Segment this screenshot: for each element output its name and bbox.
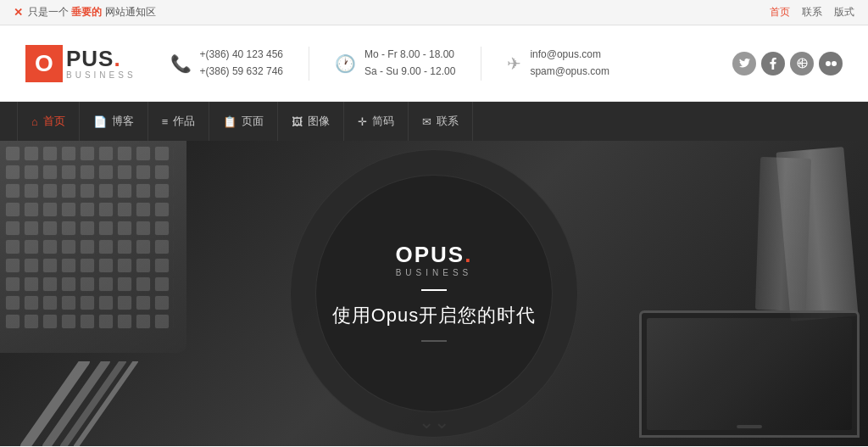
email-icon: ✈	[507, 53, 521, 74]
top-nav-style[interactable]: 版式	[834, 5, 854, 20]
logo-text: PUS. BUSINESS	[66, 47, 136, 80]
hero-opus-text: OPUS.	[396, 242, 473, 268]
portfolio-nav-icon: ≡	[162, 115, 169, 128]
svg-rect-6	[4, 145, 174, 332]
hero-business-text: BUSINESS	[396, 268, 473, 277]
svg-line-10	[76, 361, 136, 446]
nav-contact-label: 联系	[437, 114, 459, 129]
email-block: ✈ info@opus.com spam@opus.com	[507, 47, 609, 79]
keyboard-keys	[4, 145, 174, 332]
nav-pages[interactable]: 📋 页面	[209, 102, 278, 141]
phone2: +(386) 59 632 746	[200, 64, 283, 80]
images-nav-icon: 🖼	[292, 115, 303, 128]
hero-section: OPUS. BUSINESS 使用Opus开启您的时代 ⌄⌄	[0, 141, 868, 446]
main-nav: ⌂ 首页 📄 博客 ≡ 作品 📋 页面 🖼 图像 ✛ 简码 ✉ 联系	[0, 102, 868, 141]
facebook-icon[interactable]	[761, 52, 785, 75]
right-devices	[614, 141, 868, 438]
twitter-icon[interactable]	[732, 52, 756, 75]
phone-icon: 📞	[170, 53, 192, 74]
email-text: info@opus.com spam@opus.com	[530, 47, 609, 79]
hours2: Sa - Su 9.00 - 12.00	[364, 64, 455, 80]
notify-highlight: 垂要的	[71, 6, 102, 18]
hero-divider-bottom	[421, 340, 447, 342]
nav-home-label: 首页	[43, 114, 65, 129]
logo[interactable]: O PUS. BUSINESS	[25, 45, 136, 82]
svg-point-3	[826, 61, 831, 66]
phone1: +(386) 40 123 456	[200, 47, 283, 63]
notify-pre: 只是一个	[28, 6, 69, 18]
nav-blog-label: 博客	[112, 114, 134, 129]
hero-circle-outer: OPUS. BUSINESS 使用Opus开启您的时代	[290, 149, 578, 438]
email1: info@opus.com	[530, 47, 609, 63]
close-notification-icon[interactable]: ✕	[14, 6, 23, 19]
nav-blog[interactable]: 📄 博客	[80, 102, 148, 141]
logo-letter: O	[35, 50, 53, 77]
nav-images-label: 图像	[308, 114, 330, 129]
social-icons	[732, 52, 843, 75]
home-nav-icon: ⌂	[31, 115, 38, 128]
top-nav-contact[interactable]: 联系	[802, 5, 822, 20]
logo-box: O	[25, 45, 63, 82]
top-nav-home[interactable]: 首页	[770, 5, 790, 20]
shortcode-nav-icon: ✛	[358, 115, 367, 128]
blog-nav-icon: 📄	[93, 115, 107, 128]
nav-contact[interactable]: ✉ 联系	[409, 102, 473, 141]
nav-images[interactable]: 🖼 图像	[278, 102, 344, 141]
divider1	[309, 47, 309, 81]
site-header: O PUS. BUSINESS 📞 +(386) 40 123 456 +(38…	[0, 25, 868, 102]
notify-post: 网站通知区	[105, 6, 156, 18]
nav-home[interactable]: ⌂ 首页	[17, 102, 80, 141]
hero-divider-top	[421, 289, 447, 291]
hours-block: 🕐 Mo - Fr 8.00 - 18.00 Sa - Su 9.00 - 12…	[335, 47, 455, 79]
notify-text: 只是一个 垂要的 网站通知区	[28, 5, 156, 20]
phone-block: 📞 +(386) 40 123 456 +(386) 59 632 746	[170, 47, 283, 79]
hero-logo: OPUS. BUSINESS	[396, 242, 473, 277]
hero-circle-inner: OPUS. BUSINESS 使用Opus开启您的时代	[315, 175, 553, 412]
notification-bar: ✕ 只是一个 垂要的 网站通知区 首页 联系 版式	[0, 0, 868, 25]
nav-portfolio[interactable]: ≡ 作品	[148, 102, 210, 141]
hours-text: Mo - Fr 8.00 - 18.00 Sa - Su 9.00 - 12.0…	[364, 47, 455, 79]
divider2	[481, 47, 481, 81]
svg-point-4	[832, 61, 837, 66]
flickr-icon[interactable]	[819, 52, 843, 75]
nav-pages-label: 页面	[242, 114, 264, 129]
phone-text: +(386) 40 123 456 +(386) 59 632 746	[200, 47, 283, 79]
pencils-area	[0, 361, 153, 446]
logo-name: PUS.	[66, 47, 136, 70]
clock-icon: 🕐	[335, 53, 356, 74]
pages-nav-icon: 📋	[223, 115, 236, 128]
hours1: Mo - Fr 8.00 - 18.00	[364, 47, 455, 63]
hero-circle-container: OPUS. BUSINESS 使用Opus开启您的时代	[290, 149, 578, 438]
nav-shortcode-label: 简码	[372, 114, 394, 129]
contact-nav-icon: ✉	[422, 115, 431, 128]
nav-portfolio-label: 作品	[173, 114, 195, 129]
nav-shortcode[interactable]: ✛ 简码	[344, 102, 409, 141]
hero-tagline: 使用Opus开启您的时代	[332, 303, 537, 328]
email2: spam@opus.com	[530, 64, 609, 80]
logo-sub: BUSINESS	[66, 71, 136, 80]
header-info: 📞 +(386) 40 123 456 +(386) 59 632 746 🕐 …	[170, 47, 732, 81]
globe-icon[interactable]	[790, 52, 814, 75]
